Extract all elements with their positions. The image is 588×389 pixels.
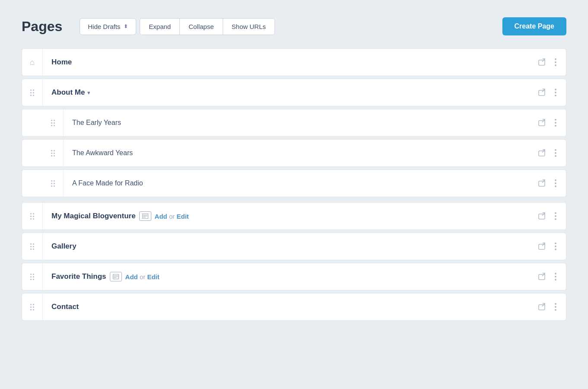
- page-content-contact: Contact: [43, 303, 536, 311]
- drag-dots-gallery: [30, 243, 34, 250]
- share-icon-about-me: [538, 89, 547, 96]
- share-button-gallery[interactable]: [536, 241, 550, 252]
- page-name-favorite-things: Favorite Things: [51, 272, 106, 281]
- page-name-early-years: The Early Years: [72, 119, 121, 127]
- menu-button-favorite-things[interactable]: [552, 271, 559, 282]
- page-content-gallery: Gallery: [43, 242, 536, 251]
- expand-collapse-group: Expand Collapse Show URLs: [140, 18, 275, 35]
- drag-dots-about-me: [30, 89, 34, 96]
- share-button-home[interactable]: [536, 57, 550, 68]
- page-row-gallery: Gallery: [22, 233, 566, 260]
- page-row-early-years: The Early Years: [22, 109, 566, 137]
- post-icon-blogventure: [139, 211, 151, 221]
- drag-handle-contact[interactable]: [22, 293, 43, 320]
- share-icon-early-years: [538, 119, 547, 127]
- hide-drafts-label: Hide Drafts: [88, 23, 120, 30]
- page-content-early-years: The Early Years: [64, 119, 536, 127]
- three-dot-icon-early-years: [555, 119, 556, 127]
- page-content-blogventure: My Magical Blogventure Add or Edit: [43, 211, 536, 221]
- drag-dots-favorite-things: [30, 274, 34, 280]
- share-icon-favorite-things: [538, 273, 547, 281]
- page-actions-home: [536, 57, 566, 68]
- post-icon-favorite-things: [110, 272, 122, 281]
- drag-handle-awkward-years[interactable]: [43, 140, 64, 166]
- page-actions-contact: [536, 301, 566, 312]
- hide-drafts-button[interactable]: Hide Drafts ⬍: [80, 18, 136, 35]
- drag-dots-contact: [30, 304, 34, 310]
- home-icon: ⌂: [22, 49, 43, 76]
- subpages-about-me: The Early Years: [22, 109, 566, 197]
- svg-rect-14: [539, 214, 545, 219]
- drag-handle-radio-face[interactable]: [43, 170, 64, 197]
- page-actions-about-me: [536, 87, 566, 98]
- page-row-about-me: About Me ▾: [22, 79, 566, 106]
- share-button-early-years[interactable]: [536, 117, 550, 128]
- svg-rect-24: [539, 305, 545, 310]
- share-button-about-me[interactable]: [536, 87, 550, 98]
- page-actions-blogventure: [536, 210, 566, 222]
- drag-dots-radio-face: [51, 180, 55, 187]
- menu-button-about-me[interactable]: [552, 87, 559, 98]
- share-button-radio-face[interactable]: [536, 178, 550, 189]
- drag-handle-favorite-things[interactable]: [22, 263, 43, 290]
- drag-handle-gallery[interactable]: [22, 233, 43, 260]
- three-dot-icon-favorite-things: [555, 273, 556, 281]
- page-title: Pages: [22, 19, 62, 35]
- page-actions-awkward-years: [536, 147, 566, 159]
- three-dot-icon-radio-face: [555, 179, 556, 187]
- page-name-home: Home: [51, 58, 72, 67]
- share-icon-awkward-years: [538, 149, 547, 157]
- page-name-contact: Contact: [51, 303, 79, 311]
- drag-handle-early-years[interactable]: [43, 109, 64, 136]
- collapse-button[interactable]: Collapse: [180, 19, 223, 35]
- add-link-blogventure[interactable]: Add: [155, 213, 167, 220]
- edit-link-blogventure[interactable]: Edit: [176, 213, 189, 220]
- page-name-blogventure: My Magical Blogventure: [51, 212, 136, 220]
- chevron-icon: ⬍: [124, 23, 128, 29]
- page-content-radio-face: A Face Made for Radio: [64, 179, 536, 187]
- menu-button-radio-face[interactable]: [552, 178, 559, 189]
- page-content-about-me: About Me ▾: [43, 88, 536, 97]
- page-row-home: ⌂ Home: [22, 48, 566, 76]
- svg-rect-8: [539, 181, 545, 186]
- menu-button-home[interactable]: [552, 57, 559, 68]
- menu-button-contact[interactable]: [552, 301, 559, 312]
- share-button-awkward-years[interactable]: [536, 147, 550, 159]
- menu-button-blogventure[interactable]: [552, 210, 559, 222]
- pages-list: ⌂ Home: [22, 48, 566, 321]
- svg-rect-4: [539, 121, 545, 126]
- page-header: Pages Hide Drafts ⬍ Expand Collapse Show…: [22, 17, 566, 35]
- page-content-favorite-things: Favorite Things Add or Edit: [43, 272, 536, 281]
- expand-icon-about-me[interactable]: ▾: [87, 89, 90, 96]
- menu-button-gallery[interactable]: [552, 241, 559, 252]
- menu-button-early-years[interactable]: [552, 117, 559, 128]
- drag-handle-about-me[interactable]: [22, 79, 43, 106]
- create-page-button[interactable]: Create Page: [502, 17, 567, 35]
- share-button-blogventure[interactable]: [536, 210, 550, 222]
- add-link-favorite-things[interactable]: Add: [125, 273, 138, 281]
- share-icon-home: [538, 58, 547, 66]
- page-actions-favorite-things: [536, 271, 566, 282]
- drag-dots-blogventure: [30, 213, 34, 220]
- svg-rect-2: [539, 90, 545, 96]
- add-edit-blogventure: Add or Edit: [155, 213, 189, 220]
- toolbar: Hide Drafts ⬍ Expand Collapse Show URLs …: [80, 17, 566, 35]
- svg-rect-6: [539, 151, 545, 156]
- page-name-about-me: About Me: [51, 88, 85, 97]
- show-urls-button[interactable]: Show URLs: [223, 19, 275, 35]
- three-dot-icon-awkward-years: [555, 149, 556, 157]
- svg-rect-16: [539, 244, 545, 249]
- expand-button[interactable]: Expand: [140, 19, 180, 35]
- share-icon-gallery: [538, 242, 547, 250]
- share-icon-blogventure: [538, 212, 547, 220]
- edit-link-favorite-things[interactable]: Edit: [147, 273, 159, 281]
- drag-dots-early-years: [51, 120, 55, 126]
- three-dot-icon-about-me: [555, 89, 556, 96]
- page-name-radio-face: A Face Made for Radio: [72, 179, 143, 187]
- section-about-me: About Me ▾: [22, 79, 566, 197]
- drag-handle-blogventure[interactable]: [22, 203, 43, 230]
- share-button-favorite-things[interactable]: [536, 271, 550, 282]
- share-button-contact[interactable]: [536, 301, 550, 312]
- share-icon-radio-face: [538, 179, 547, 187]
- menu-button-awkward-years[interactable]: [552, 147, 559, 159]
